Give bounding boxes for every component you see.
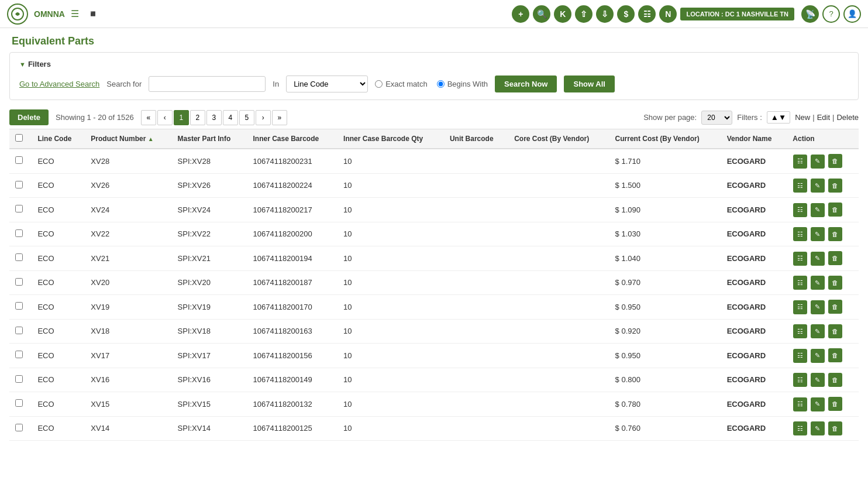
grid-action-btn[interactable]: ☷ [793, 203, 807, 217]
delete-action-btn[interactable]: 🗑 [828, 179, 842, 193]
download-icon-btn[interactable]: ⇩ [596, 5, 614, 23]
grid-action-btn[interactable]: ☷ [793, 227, 807, 241]
edit-action-btn[interactable]: ✎ [811, 252, 825, 266]
show-all-button[interactable]: Show All [564, 76, 614, 92]
row-checkbox[interactable] [15, 156, 23, 164]
table-row: ECO XV16 SPI:XV16 10674118200149 10 $ 0.… [9, 368, 859, 392]
row-checkbox[interactable] [15, 399, 23, 407]
delete-action-btn[interactable]: 🗑 [828, 373, 842, 387]
delete-action-btn[interactable]: 🗑 [828, 154, 842, 168]
edit-action-link[interactable]: Edit [817, 113, 830, 122]
per-page-select[interactable]: 20 50 100 [701, 111, 732, 125]
row-checkbox[interactable] [15, 229, 23, 237]
user-icon-btn[interactable]: 👤 [843, 5, 861, 23]
delete-action-link[interactable]: Delete [836, 113, 859, 122]
row-product-number: XV15 [85, 392, 171, 417]
delete-action-btn[interactable]: 🗑 [828, 227, 842, 241]
grid-action-btn[interactable]: ☷ [793, 397, 807, 411]
edit-action-btn[interactable]: ✎ [811, 155, 825, 169]
add-icon-btn[interactable]: + [512, 5, 529, 23]
edit-action-btn[interactable]: ✎ [811, 300, 825, 314]
delete-action-btn[interactable]: 🗑 [828, 348, 842, 362]
filters-header[interactable]: ▼ Filters [19, 60, 849, 68]
grid-action-btn[interactable]: ☷ [793, 155, 807, 169]
help-icon-btn[interactable]: ? [822, 5, 840, 23]
delete-action-btn[interactable]: 🗑 [828, 300, 842, 314]
edit-action-btn[interactable]: ✎ [811, 373, 825, 387]
edit-action-btn[interactable]: ✎ [811, 349, 825, 363]
edit-action-btn[interactable]: ✎ [811, 397, 825, 411]
grid-action-btn[interactable]: ☷ [793, 373, 807, 387]
row-checkbox[interactable] [15, 278, 23, 286]
row-checkbox-cell [9, 295, 32, 320]
upload-icon-btn[interactable]: ⇧ [575, 5, 593, 23]
begins-with-radio[interactable]: Begins With [437, 80, 488, 88]
page-1-btn[interactable]: 1 [174, 110, 189, 125]
edit-action-btn[interactable]: ✎ [811, 324, 825, 338]
row-checkbox[interactable] [15, 253, 23, 261]
page-5-btn[interactable]: 5 [239, 110, 254, 125]
col-product-number[interactable]: Product Number ▲ [85, 129, 171, 149]
search-now-button[interactable]: Search Now [495, 76, 557, 92]
n-icon-btn[interactable]: N [659, 5, 677, 23]
grid-action-btn[interactable]: ☷ [793, 349, 807, 363]
edit-action-btn[interactable]: ✎ [811, 421, 825, 435]
row-checkbox[interactable] [15, 205, 23, 212]
row-checkbox[interactable] [15, 375, 23, 383]
row-checkbox[interactable] [15, 302, 23, 310]
page-last-btn[interactable]: » [272, 110, 287, 125]
new-action-link[interactable]: New [795, 113, 810, 122]
filters-sort-btn[interactable]: ▲▼ [767, 111, 790, 124]
dollar-icon-btn[interactable]: $ [617, 5, 635, 23]
grid-action-btn[interactable]: ☷ [793, 179, 807, 193]
grid-menu-icon[interactable]: ◾ [87, 8, 99, 19]
delete-button[interactable]: Delete [9, 109, 49, 125]
search-in-dropdown[interactable]: Line Code Product Number Master Part Inf… [286, 76, 368, 92]
row-checkbox[interactable] [15, 327, 23, 334]
broadcast-icon-btn[interactable]: 📡 [801, 5, 819, 23]
grid-action-btn[interactable]: ☷ [793, 276, 807, 290]
begins-with-input[interactable] [437, 80, 445, 88]
delete-action-btn[interactable]: 🗑 [828, 251, 842, 265]
delete-action-btn[interactable]: 🗑 [828, 421, 842, 435]
delete-action-btn[interactable]: 🗑 [828, 324, 842, 338]
search-icon-btn[interactable]: 🔍 [533, 5, 550, 23]
page-4-btn[interactable]: 4 [223, 110, 238, 125]
delete-action-btn[interactable]: 🗑 [828, 276, 842, 290]
page-next-btn[interactable]: › [256, 110, 271, 125]
row-unit-barcode [444, 392, 508, 417]
exact-match-input[interactable] [375, 80, 383, 88]
select-all-checkbox[interactable] [15, 134, 23, 142]
row-product-number: XV22 [85, 222, 171, 246]
advanced-search-link[interactable]: Go to Advanced Search [19, 80, 99, 88]
location-button[interactable]: LOCATION : DC 1 NASHVILLE TN [680, 8, 794, 20]
edit-action-btn[interactable]: ✎ [811, 276, 825, 290]
delete-action-btn[interactable]: 🗑 [828, 397, 842, 411]
row-core-cost [508, 246, 609, 271]
row-current-cost: $ 0.950 [609, 344, 721, 368]
k-icon-btn[interactable]: K [554, 5, 571, 23]
delete-action-btn[interactable]: 🗑 [828, 203, 842, 217]
page-3-btn[interactable]: 3 [206, 110, 222, 125]
row-vendor: ECOGARD [721, 222, 787, 246]
edit-action-btn[interactable]: ✎ [811, 203, 825, 217]
row-line-code: ECO [32, 416, 85, 441]
row-checkbox[interactable] [15, 424, 23, 431]
page-prev-btn[interactable]: ‹ [157, 110, 173, 125]
edit-action-btn[interactable]: ✎ [811, 179, 825, 193]
page-first-btn[interactable]: « [141, 110, 156, 125]
search-input[interactable] [149, 76, 266, 92]
grid-icon-btn[interactable]: ☷ [638, 5, 656, 23]
row-checkbox[interactable] [15, 351, 23, 358]
grid-action-btn[interactable]: ☷ [793, 300, 807, 314]
row-actions: ☷ ✎ 🗑 [787, 344, 859, 368]
edit-action-btn[interactable]: ✎ [811, 227, 825, 241]
row-checkbox[interactable] [15, 181, 23, 188]
row-product-number: XV16 [85, 368, 171, 392]
exact-match-radio[interactable]: Exact match [375, 80, 428, 88]
page-2-btn[interactable]: 2 [190, 110, 205, 125]
grid-action-btn[interactable]: ☷ [793, 421, 807, 435]
grid-action-btn[interactable]: ☷ [793, 252, 807, 266]
grid-action-btn[interactable]: ☷ [793, 324, 807, 338]
hamburger-icon[interactable]: ☰ [71, 8, 79, 19]
